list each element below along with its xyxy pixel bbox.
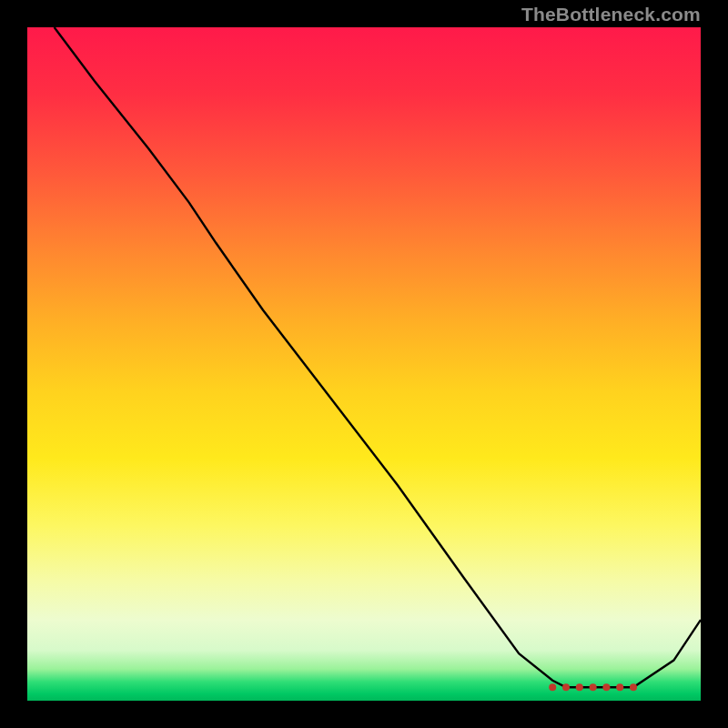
- data-marker: [576, 683, 583, 691]
- data-marker: [562, 683, 570, 691]
- data-marker: [590, 683, 597, 691]
- chart-svg: [27, 27, 701, 701]
- chart-frame: TheBottleneck.com: [0, 0, 728, 728]
- data-marker: [630, 683, 637, 691]
- watermark-label: TheBottleneck.com: [521, 4, 701, 25]
- plot-area: [27, 27, 701, 701]
- data-marker: [616, 683, 623, 691]
- data-marker: [602, 683, 610, 691]
- data-marker: [549, 683, 556, 691]
- trend-line: [55, 27, 701, 687]
